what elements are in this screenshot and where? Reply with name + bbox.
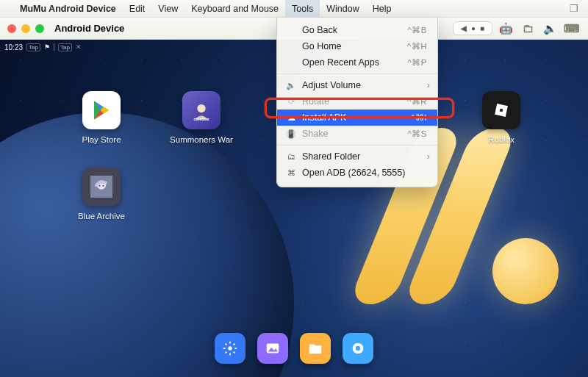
volume-icon: 🔈 <box>286 81 296 90</box>
svg-point-12 <box>228 346 232 351</box>
app-roblox[interactable]: Roblox <box>451 91 551 144</box>
dock-browser[interactable] <box>343 333 373 364</box>
svg-point-4 <box>197 104 205 112</box>
dock-gallery[interactable] <box>257 333 288 364</box>
flag-icon: ⚑ <box>44 43 50 51</box>
summoners-war-icon: com2us <box>182 91 220 129</box>
app-label: Roblox <box>488 135 514 144</box>
menubar-right-cluster: ❐ <box>566 3 582 14</box>
rewind-icon[interactable]: ◀ <box>461 24 467 32</box>
app-summoners-war[interactable]: com2us Summoners War <box>151 91 251 144</box>
app-label: Blue Archive <box>78 212 125 220</box>
menubar-item-tools[interactable]: Tools <box>285 0 320 17</box>
roblox-icon <box>482 91 520 129</box>
wifi-off-icon: ✕ <box>76 43 82 51</box>
menu-item-rotate[interactable]: ⟳ Rotate ^⌘R <box>277 93 437 109</box>
mac-menubar: MuMu Android Device Edit View Keyboard a… <box>0 0 588 18</box>
window-title: Android Device <box>54 23 124 34</box>
traffic-lights <box>7 24 44 33</box>
menu-item-adjust-volume[interactable]: 🔈 Adjust Volume <box>277 77 437 93</box>
menu-separator <box>277 73 437 74</box>
app-play-store[interactable]: Play Store <box>51 91 151 144</box>
shake-icon: 📳 <box>286 129 296 139</box>
menubar-item-help[interactable]: Help <box>366 0 398 17</box>
rotate-icon: ⟳ <box>286 97 296 107</box>
app-label: Summoners War <box>170 135 233 144</box>
app-blue-archive[interactable]: Blue Archive <box>51 168 151 220</box>
menubar-item-window[interactable]: Window <box>320 0 365 17</box>
svg-point-11 <box>103 185 104 187</box>
maximize-window-button[interactable] <box>35 24 44 33</box>
folder-icon: 🗂 <box>286 152 296 161</box>
play-store-icon <box>82 91 121 129</box>
record-icon[interactable]: ● <box>471 24 476 32</box>
menu-item-install-apk[interactable]: ☁ Install APK ^⌘I <box>277 109 437 126</box>
menu-item-open-adb[interactable]: ⌘ Open ADB (26624, 5555) <box>277 165 437 181</box>
menu-item-shared-folder[interactable]: 🗂 Shared Folder <box>277 148 437 165</box>
status-chip-2: Tap <box>58 43 72 51</box>
stage-manager-icon[interactable]: ❐ <box>566 3 582 14</box>
menubar-item-keyboard-mouse[interactable]: Keyboard and Mouse <box>184 0 285 17</box>
dock-files[interactable] <box>300 333 331 364</box>
menubar-item-edit[interactable]: Edit <box>123 0 152 17</box>
keyboard-icon[interactable]: ⌨ <box>563 22 581 35</box>
menu-item-shake[interactable]: 📳 Shake ^⌘S <box>277 126 437 142</box>
tools-dropdown-menu: Go Back ^⌘B Go Home ^⌘H Open Recent Apps… <box>276 18 438 187</box>
volume-icon[interactable]: 🔈 <box>541 22 559 35</box>
android-icon[interactable]: 🤖 <box>497 22 514 35</box>
svg-rect-7 <box>500 109 503 112</box>
playback-controls[interactable]: ◀ ● ■ <box>453 21 492 35</box>
svg-point-16 <box>356 346 360 351</box>
svg-point-10 <box>99 185 101 187</box>
menu-item-go-home[interactable]: Go Home ^⌘H <box>277 38 437 54</box>
minimize-window-button[interactable] <box>21 24 30 33</box>
blue-archive-icon <box>82 168 121 206</box>
status-time: 10:23 <box>4 43 23 51</box>
install-icon: ☁ <box>286 113 296 123</box>
menu-separator <box>277 145 437 146</box>
menu-item-open-recent-apps[interactable]: Open Recent Apps ^⌘P <box>277 54 437 71</box>
dock-settings[interactable] <box>215 333 245 364</box>
terminal-icon: ⌘ <box>286 168 296 178</box>
svg-text:com2us: com2us <box>193 117 209 121</box>
menubar-item-view[interactable]: View <box>151 0 184 17</box>
stop-icon[interactable]: ■ <box>480 24 484 32</box>
app-label: Play Store <box>82 135 121 144</box>
close-window-button[interactable] <box>7 24 16 33</box>
folder-icon[interactable]: 🗀 <box>519 22 537 35</box>
android-dock <box>215 333 373 364</box>
menu-item-go-back[interactable]: Go Back ^⌘B <box>277 22 437 38</box>
status-chip-1: Tap <box>26 43 40 51</box>
menubar-app-name[interactable]: MuMu Android Device <box>13 0 123 17</box>
